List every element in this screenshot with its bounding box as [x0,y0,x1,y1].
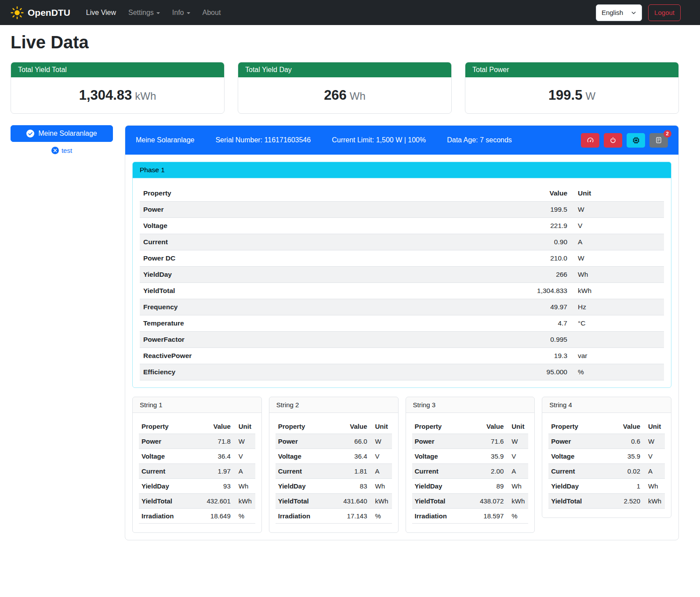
power-icon [609,137,617,144]
value-cell: 36.4 [336,449,370,464]
phase-table: Property Value Unit Power199.5WVoltage22… [140,185,664,380]
summary-value: 199.5 [548,87,583,103]
inverter-item-test-label: test [62,147,72,154]
value-cell: 432.601 [199,494,233,509]
property-cell: Current [276,464,336,479]
unit-cell: A [233,464,255,479]
nav-links: Live View Settings Info About [80,5,227,20]
summary-row: Total Yield Total 1,304.83kWh Total Yiel… [11,62,679,114]
event-count-badge: 2 [664,130,671,138]
value-cell: 71.8 [199,434,233,449]
table-row: Frequency49.97Hz [140,299,664,315]
table-row: Current1.97A [139,464,255,479]
summary-card-title: Total Yield Day [238,62,451,77]
property-cell: Voltage [412,449,472,464]
value-cell: 95.000 [509,364,571,380]
property-cell: Power [140,202,509,218]
inverter-name: Meine Solaranlage [136,136,194,144]
summary-card-body: 266Wh [238,77,451,113]
unit-cell: Wh [571,267,664,283]
power-settings-button[interactable] [604,133,622,148]
table-row: Power71.6W [412,434,529,449]
unit-cell: V [643,449,665,464]
value-cell: 83 [336,479,370,494]
value-cell: 431.640 [336,494,370,509]
string-table: Property Value Unit Power0.6WVoltage35.9… [548,419,665,509]
column-header-property: Property [276,419,336,434]
value-cell: 66.0 [336,434,370,449]
journal-text-icon [655,137,662,144]
inverter-item-test[interactable]: test [51,147,72,154]
event-log-button[interactable]: 2 [649,133,668,148]
nav-settings[interactable]: Settings [122,5,166,20]
property-cell: YieldTotal [139,494,199,509]
column-header-value: Value [199,419,233,434]
table-row: Current2.00A [412,464,529,479]
table-row: Irradiation17.143% [276,509,392,524]
unit-cell: kWh [571,283,664,299]
unit-cell: Wh [370,479,392,494]
unit-cell: W [233,434,255,449]
nav-info-label: Info [172,9,184,16]
unit-cell: W [506,434,528,449]
value-cell: 0.995 [509,332,571,348]
limit-settings-button[interactable] [581,133,599,148]
table-row: YieldTotal432.601kWh [139,494,255,509]
value-cell: 4.7 [509,315,571,332]
table-header-row: Property Value Unit [140,185,664,202]
nav-live-view[interactable]: Live View [80,5,122,20]
summary-card-total-yield-total: Total Yield Total 1,304.83kWh [11,62,225,114]
property-cell: YieldTotal [140,283,509,299]
value-cell: 35.9 [609,449,643,464]
table-row: Irradiation18.597% [412,509,529,524]
string-card-body: Property Value Unit Power0.6WVoltage35.9… [542,413,671,517]
summary-card-body: 1,304.83kWh [11,77,224,113]
unit-cell: W [370,434,392,449]
current-limit: Current Limit: 1,500 W | 100% [332,136,426,144]
summary-card-title: Total Yield Total [11,62,224,77]
table-row: Voltage35.9V [548,449,665,464]
caret-down-icon [187,12,190,14]
strings-row: String 1 Property Value Unit [132,397,671,533]
unit-cell [571,332,664,348]
brand[interactable]: OpenDTU [11,6,70,19]
unit-cell: A [506,464,528,479]
page-title: Live Data [11,33,679,52]
table-row: YieldDay93Wh [139,479,255,494]
table-row: YieldTotal2.520kWh [548,494,665,509]
summary-card-body: 199.5W [465,77,678,113]
value-cell: 93 [199,479,233,494]
property-cell: YieldDay [412,479,472,494]
table-row: Voltage36.4V [276,449,392,464]
string-card-1: String 1 Property Value Unit [132,397,262,533]
page-container: Live Data Total Yield Total 1,304.83kWh … [0,33,700,552]
nav-about[interactable]: About [196,5,227,20]
property-cell: Power [548,434,609,449]
unit-cell: % [370,509,392,524]
logout-button[interactable]: Logout [648,4,681,21]
property-cell: YieldTotal [276,494,336,509]
language-select[interactable]: English [596,4,642,21]
string-card-3: String 3 Property Value Unit [406,397,535,533]
value-cell: 2.00 [472,464,506,479]
nav-info[interactable]: Info [166,5,196,20]
unit-cell: Wh [643,479,665,494]
string-card-body: Property Value Unit Power66.0WVoltage36.… [269,413,398,532]
column-header-value: Value [336,419,370,434]
property-cell: Voltage [139,449,199,464]
check-circle-icon [26,130,34,137]
value-cell: 221.9 [509,218,571,234]
column-header-unit: Unit [506,419,528,434]
inverter-select-button[interactable]: Meine Solaranlage [11,125,113,142]
table-row: Voltage36.4V [139,449,255,464]
column-header-unit: Unit [571,185,664,202]
unit-cell: V [571,218,664,234]
inverter-info-button[interactable] [627,133,645,148]
value-cell: 1 [609,479,643,494]
unit-cell: Wh [233,479,255,494]
string-card-title: String 4 [542,397,671,413]
property-cell: Voltage [276,449,336,464]
inverter-panel: Meine Solaranlage Serial Number: 1161716… [125,125,679,540]
property-cell: YieldDay [548,479,609,494]
table-row: Voltage221.9V [140,218,664,234]
